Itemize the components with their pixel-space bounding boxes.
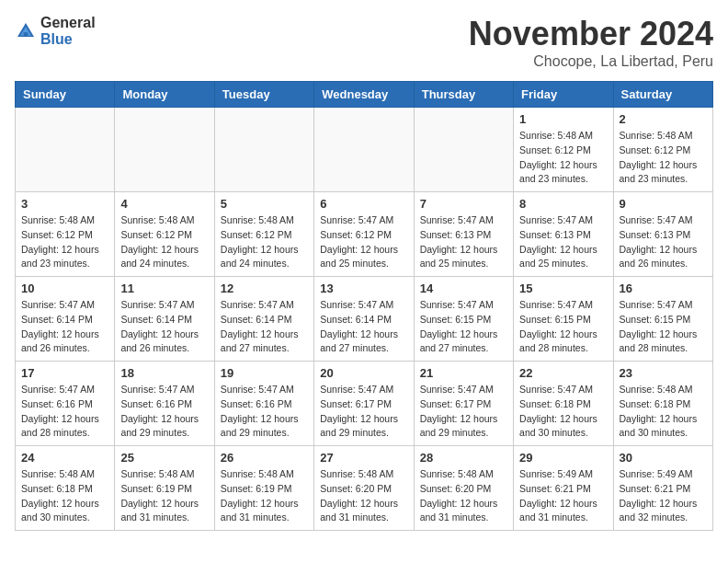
- day-number: 18: [120, 366, 208, 380]
- calendar-cell: 16Sunrise: 5:47 AMSunset: 6:15 PMDayligh…: [613, 277, 712, 362]
- calendar-cell: 24Sunrise: 5:48 AMSunset: 6:18 PMDayligh…: [16, 446, 115, 531]
- weekday-header-saturday: Saturday: [613, 82, 712, 108]
- calendar-cell: 2Sunrise: 5:48 AMSunset: 6:12 PMDaylight…: [613, 108, 712, 192]
- week-row-1: 1Sunrise: 5:48 AMSunset: 6:12 PMDaylight…: [16, 108, 713, 192]
- calendar-cell: [414, 108, 513, 192]
- day-number: 13: [320, 282, 407, 295]
- day-info: Sunrise: 5:47 AMSunset: 6:15 PMDaylight:…: [420, 298, 507, 356]
- calendar-cell: [214, 108, 313, 192]
- day-number: 5: [221, 197, 308, 211]
- day-info: Sunrise: 5:48 AMSunset: 6:18 PMDaylight:…: [620, 383, 707, 441]
- day-info: Sunrise: 5:49 AMSunset: 6:21 PMDaylight:…: [519, 467, 607, 525]
- day-info: Sunrise: 5:47 AMSunset: 6:15 PMDaylight:…: [620, 298, 707, 356]
- day-info: Sunrise: 5:47 AMSunset: 6:14 PMDaylight:…: [120, 298, 208, 356]
- calendar-cell: 11Sunrise: 5:47 AMSunset: 6:14 PMDayligh…: [115, 277, 214, 362]
- day-info: Sunrise: 5:48 AMSunset: 6:19 PMDaylight:…: [221, 467, 308, 525]
- calendar-cell: [314, 108, 414, 192]
- day-number: 27: [320, 451, 407, 465]
- calendar-header: SundayMondayTuesdayWednesdayThursdayFrid…: [16, 82, 713, 108]
- calendar-cell: 26Sunrise: 5:48 AMSunset: 6:19 PMDayligh…: [214, 446, 313, 531]
- title-block: November 2024 Chocope, La Libertad, Peru: [469, 15, 713, 70]
- day-number: 6: [320, 197, 407, 211]
- calendar-cell: 30Sunrise: 5:49 AMSunset: 6:21 PMDayligh…: [613, 446, 712, 531]
- month-title: November 2024: [469, 15, 713, 53]
- day-number: 12: [221, 282, 308, 295]
- week-row-4: 17Sunrise: 5:47 AMSunset: 6:16 PMDayligh…: [16, 362, 713, 446]
- day-number: 4: [120, 197, 208, 211]
- calendar-cell: 21Sunrise: 5:47 AMSunset: 6:17 PMDayligh…: [414, 362, 513, 446]
- day-number: 2: [620, 112, 707, 126]
- day-number: 22: [519, 366, 607, 380]
- calendar-cell: 18Sunrise: 5:47 AMSunset: 6:16 PMDayligh…: [115, 362, 214, 446]
- calendar-cell: 20Sunrise: 5:47 AMSunset: 6:17 PMDayligh…: [314, 362, 414, 446]
- weekday-header-sunday: Sunday: [16, 82, 115, 108]
- day-number: 9: [620, 197, 707, 211]
- calendar-cell: 25Sunrise: 5:48 AMSunset: 6:19 PMDayligh…: [115, 446, 214, 531]
- calendar-cell: 3Sunrise: 5:48 AMSunset: 6:12 PMDaylight…: [16, 192, 115, 277]
- day-info: Sunrise: 5:48 AMSunset: 6:20 PMDaylight:…: [320, 467, 407, 525]
- day-info: Sunrise: 5:48 AMSunset: 6:20 PMDaylight:…: [420, 467, 507, 525]
- weekday-header-wednesday: Wednesday: [314, 82, 414, 108]
- day-info: Sunrise: 5:48 AMSunset: 6:12 PMDaylight:…: [221, 213, 308, 271]
- day-number: 25: [120, 451, 208, 465]
- day-info: Sunrise: 5:47 AMSunset: 6:13 PMDaylight:…: [519, 213, 607, 271]
- logo-blue-text: Blue: [40, 31, 73, 47]
- logo: General Blue: [15, 15, 96, 48]
- day-number: 28: [420, 451, 507, 465]
- day-number: 26: [221, 451, 308, 465]
- logo-icon: [15, 20, 37, 42]
- day-info: Sunrise: 5:47 AMSunset: 6:16 PMDaylight:…: [21, 383, 108, 441]
- day-number: 19: [221, 366, 308, 380]
- day-info: Sunrise: 5:47 AMSunset: 6:14 PMDaylight:…: [221, 298, 308, 356]
- weekday-header-row: SundayMondayTuesdayWednesdayThursdayFrid…: [16, 82, 713, 108]
- day-info: Sunrise: 5:48 AMSunset: 6:18 PMDaylight:…: [21, 467, 108, 525]
- calendar-cell: 17Sunrise: 5:47 AMSunset: 6:16 PMDayligh…: [16, 362, 115, 446]
- day-info: Sunrise: 5:47 AMSunset: 6:17 PMDaylight:…: [320, 383, 407, 441]
- calendar-cell: 1Sunrise: 5:48 AMSunset: 6:12 PMDaylight…: [514, 108, 613, 192]
- day-number: 3: [21, 197, 108, 211]
- calendar-cell: 4Sunrise: 5:48 AMSunset: 6:12 PMDaylight…: [115, 192, 214, 277]
- weekday-header-tuesday: Tuesday: [214, 82, 313, 108]
- week-row-3: 10Sunrise: 5:47 AMSunset: 6:14 PMDayligh…: [16, 277, 713, 362]
- logo-general-text: General: [40, 15, 96, 30]
- day-number: 8: [519, 197, 607, 211]
- day-number: 30: [620, 451, 707, 465]
- calendar-cell: 10Sunrise: 5:47 AMSunset: 6:14 PMDayligh…: [16, 277, 115, 362]
- calendar-cell: 13Sunrise: 5:47 AMSunset: 6:14 PMDayligh…: [314, 277, 414, 362]
- day-number: 11: [120, 282, 208, 295]
- day-number: 17: [21, 366, 108, 380]
- calendar-cell: 9Sunrise: 5:47 AMSunset: 6:13 PMDaylight…: [613, 192, 712, 277]
- location-text: Chocope, La Libertad, Peru: [469, 53, 713, 70]
- day-info: Sunrise: 5:47 AMSunset: 6:15 PMDaylight:…: [519, 298, 607, 356]
- calendar-body: 1Sunrise: 5:48 AMSunset: 6:12 PMDaylight…: [16, 108, 713, 531]
- page-header: General Blue November 2024 Chocope, La L…: [15, 15, 713, 70]
- week-row-2: 3Sunrise: 5:48 AMSunset: 6:12 PMDaylight…: [16, 192, 713, 277]
- calendar-cell: [115, 108, 214, 192]
- calendar-cell: 7Sunrise: 5:47 AMSunset: 6:13 PMDaylight…: [414, 192, 513, 277]
- day-info: Sunrise: 5:48 AMSunset: 6:19 PMDaylight:…: [120, 467, 208, 525]
- weekday-header-thursday: Thursday: [414, 82, 513, 108]
- day-info: Sunrise: 5:49 AMSunset: 6:21 PMDaylight:…: [620, 467, 707, 525]
- day-info: Sunrise: 5:48 AMSunset: 6:12 PMDaylight:…: [21, 213, 108, 271]
- day-info: Sunrise: 5:47 AMSunset: 6:13 PMDaylight:…: [620, 213, 707, 271]
- day-info: Sunrise: 5:47 AMSunset: 6:16 PMDaylight:…: [120, 383, 208, 441]
- day-number: 16: [620, 282, 707, 295]
- calendar-cell: 15Sunrise: 5:47 AMSunset: 6:15 PMDayligh…: [514, 277, 613, 362]
- day-info: Sunrise: 5:48 AMSunset: 6:12 PMDaylight:…: [620, 129, 707, 187]
- calendar-cell: 8Sunrise: 5:47 AMSunset: 6:13 PMDaylight…: [514, 192, 613, 277]
- calendar-cell: 12Sunrise: 5:47 AMSunset: 6:14 PMDayligh…: [214, 277, 313, 362]
- day-number: 21: [420, 366, 507, 380]
- calendar-table: SundayMondayTuesdayWednesdayThursdayFrid…: [15, 81, 713, 531]
- calendar-cell: 23Sunrise: 5:48 AMSunset: 6:18 PMDayligh…: [613, 362, 712, 446]
- day-info: Sunrise: 5:47 AMSunset: 6:17 PMDaylight:…: [420, 383, 507, 441]
- weekday-header-friday: Friday: [514, 82, 613, 108]
- calendar-cell: 28Sunrise: 5:48 AMSunset: 6:20 PMDayligh…: [414, 446, 513, 531]
- day-info: Sunrise: 5:48 AMSunset: 6:12 PMDaylight:…: [120, 213, 208, 271]
- calendar-cell: 6Sunrise: 5:47 AMSunset: 6:12 PMDaylight…: [314, 192, 414, 277]
- calendar-cell: [16, 108, 115, 192]
- weekday-header-monday: Monday: [115, 82, 214, 108]
- calendar-cell: 22Sunrise: 5:47 AMSunset: 6:18 PMDayligh…: [514, 362, 613, 446]
- day-info: Sunrise: 5:47 AMSunset: 6:16 PMDaylight:…: [221, 383, 308, 441]
- day-number: 7: [420, 197, 507, 211]
- calendar-cell: 5Sunrise: 5:48 AMSunset: 6:12 PMDaylight…: [214, 192, 313, 277]
